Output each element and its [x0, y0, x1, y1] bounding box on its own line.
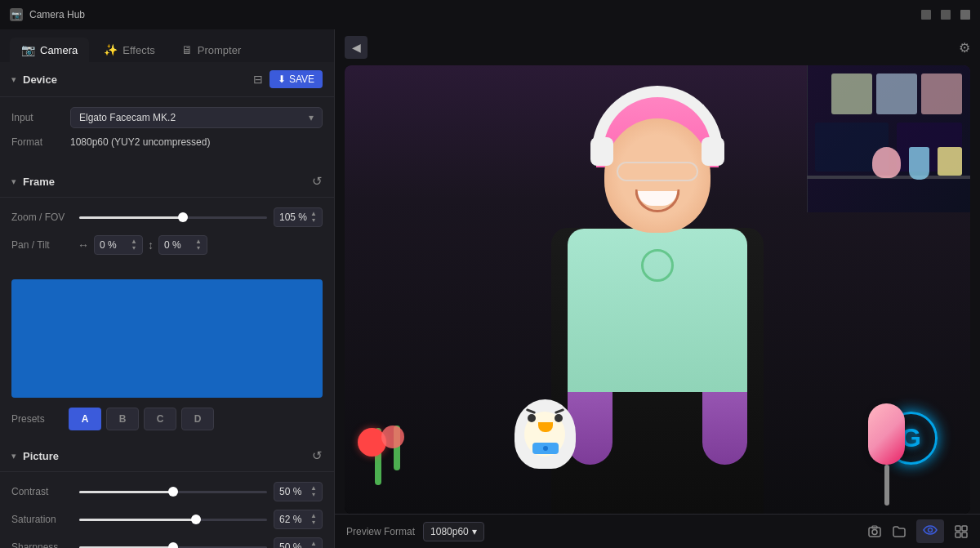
pan-stepper[interactable]: ▲ ▾ [131, 238, 137, 252]
sharpness-thumb[interactable] [168, 542, 178, 548]
tilt-value: 0 % [164, 239, 181, 251]
saturation-value-box: 62 % ▲ ▾ [274, 510, 323, 529]
frame-reset-icon[interactable]: ↺ [312, 174, 323, 189]
tab-prompter[interactable]: 🖥 Prompter [170, 38, 252, 62]
frame-preview [11, 279, 323, 398]
zoom-down-icon[interactable]: ▾ [310, 217, 317, 224]
tab-effects[interactable]: ✨ Effects [92, 38, 167, 62]
contrast-down-icon[interactable]: ▾ [310, 492, 317, 498]
folder-icon [892, 524, 906, 539]
contrast-thumb[interactable] [168, 487, 178, 497]
saturation-down-icon[interactable]: ▾ [310, 519, 317, 526]
collapse-icon: ◀ [352, 41, 361, 54]
device-chevron-icon[interactable]: ▾ [11, 74, 16, 85]
eye-button[interactable] [916, 519, 944, 543]
settings-icon[interactable]: ⚙ [959, 40, 970, 56]
preset-b-button[interactable]: B [106, 408, 139, 430]
contrast-value-box: 50 % ▲ ▾ [274, 482, 323, 501]
saturation-stepper[interactable]: ▲ ▾ [310, 513, 317, 526]
sharpness-value: 50 % [279, 541, 301, 548]
right-panel: ◀ ⚙ [335, 29, 980, 548]
preset-c-button[interactable]: C [144, 408, 176, 430]
close-button[interactable] [960, 10, 970, 20]
pan-value: 0 % [100, 239, 117, 251]
app-icon: 📷 [10, 8, 23, 21]
effects-tab-icon: ✨ [104, 43, 118, 56]
zoom-row: Zoom / FOV 105 % ▲ ▾ [11, 207, 323, 227]
tilt-value-box: 0 % ▲ ▾ [158, 235, 207, 255]
picture-chevron-icon[interactable]: ▾ [11, 451, 16, 461]
input-select[interactable]: Elgato Facecam MK.2 ▾ [70, 107, 323, 128]
frame-section-body: Zoom / FOV 105 % ▲ ▾ Pan / [0, 198, 334, 273]
grid-button[interactable] [954, 524, 969, 539]
presets-row: Presets A B C D [11, 408, 323, 430]
bottom-icons [867, 519, 969, 543]
frame-section-title: Frame [23, 176, 305, 188]
preview-format-arrow-icon: ▾ [472, 526, 477, 537]
prompter-tab-label: Prompter [198, 44, 241, 56]
contrast-slider[interactable] [79, 491, 267, 493]
zoom-value-box: 105 % ▲ ▾ [274, 207, 323, 227]
pan-down-icon[interactable]: ▾ [131, 245, 137, 252]
preset-a-button[interactable]: A [69, 408, 101, 430]
zoom-slider[interactable] [79, 216, 267, 219]
svg-rect-6 [956, 532, 960, 537]
app-body: 📷 Camera ✨ Effects 🖥 Prompter ▾ Device ⊟ [0, 29, 980, 548]
input-label: Input [11, 112, 64, 123]
sharpness-label: Sharpness [11, 541, 73, 548]
device-section-header: ▾ Device ⊟ ⬇ SAVE [0, 62, 334, 97]
zoom-stepper[interactable]: ▲ ▾ [310, 211, 317, 224]
sharpness-stepper[interactable]: ▲ ▾ [310, 541, 317, 548]
frame-section-actions: ↺ [312, 174, 323, 189]
app-title: Camera Hub [29, 9, 85, 20]
svg-point-3 [929, 528, 933, 532]
contrast-fill [79, 491, 173, 493]
tilt-stepper[interactable]: ▲ ▾ [195, 238, 202, 252]
zoom-slider-thumb[interactable] [178, 212, 188, 222]
screenshot-icon [867, 524, 882, 539]
prompter-tab-icon: 🖥 [181, 43, 193, 56]
folder-button[interactable] [892, 524, 906, 539]
tab-bar: 📷 Camera ✨ Effects 🖥 Prompter [0, 29, 334, 62]
pan-arrow-icon: ↔ [78, 238, 89, 252]
preview-format-select[interactable]: 1080p60 ▾ [423, 522, 484, 541]
picture-section-body: Contrast 50 % ▲ ▾ Saturati [0, 472, 334, 548]
device-section-body: Input Elgato Facecam MK.2 ▾ Format 1080p… [0, 97, 334, 166]
collapse-panel-button[interactable]: ◀ [345, 36, 368, 59]
filter-icon[interactable]: ⊟ [253, 73, 263, 86]
pan-value-box: 0 % ▲ ▾ [94, 235, 143, 255]
saturation-row: Saturation 62 % ▲ ▾ [11, 510, 323, 529]
saturation-thumb[interactable] [191, 515, 201, 524]
format-label: Format [11, 136, 64, 148]
zoom-slider-fill [79, 216, 183, 219]
saturation-slider[interactable] [79, 519, 267, 521]
input-row: Input Elgato Facecam MK.2 ▾ [11, 107, 323, 128]
window-controls [921, 10, 970, 20]
right-top-bar: ◀ ⚙ [335, 29, 980, 65]
saturation-label: Saturation [11, 514, 73, 525]
format-row: Format 1080p60 (YUY2 uncompressed) [11, 136, 323, 148]
contrast-stepper[interactable]: ▲ ▾ [310, 485, 317, 498]
tilt-arrow-icon: ↕ [148, 238, 154, 252]
picture-section-header: ▾ Picture ↺ [0, 440, 334, 472]
svg-rect-5 [962, 526, 967, 531]
screenshot-button[interactable] [867, 524, 882, 539]
presets-label: Presets [11, 413, 64, 425]
effects-tab-label: Effects [122, 44, 155, 56]
contrast-row: Contrast 50 % ▲ ▾ [11, 482, 323, 501]
tilt-down-icon[interactable]: ▾ [195, 245, 202, 252]
maximize-button[interactable] [941, 10, 951, 20]
preview-format-value: 1080p60 [430, 526, 469, 537]
picture-reset-icon[interactable]: ↺ [312, 448, 323, 463]
sharpness-value-box: 50 % ▲ ▾ [274, 537, 323, 548]
frame-chevron-icon[interactable]: ▾ [11, 176, 16, 187]
eye-icon [923, 523, 938, 537]
input-select-arrow-icon: ▾ [309, 112, 314, 123]
zoom-label: Zoom / FOV [11, 212, 73, 223]
tab-camera[interactable]: 📷 Camera [10, 38, 89, 62]
pan-tilt-row: Pan / Tilt ↔ 0 % ▲ ▾ ↕ 0 % ▲ [11, 235, 323, 255]
preset-d-button[interactable]: D [181, 408, 214, 430]
save-button[interactable]: ⬇ SAVE [270, 70, 323, 88]
minimize-button[interactable] [921, 10, 931, 20]
frame-section-header: ▾ Frame ↺ [0, 166, 334, 198]
